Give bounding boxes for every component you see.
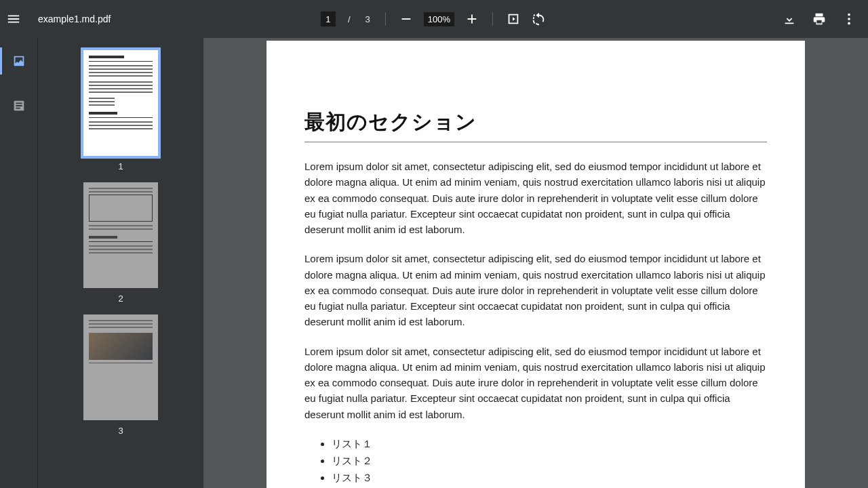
zoom-out-icon[interactable]: [398, 11, 414, 27]
list-item: リスト３: [332, 470, 767, 485]
thumbnail-panel: 1 2: [38, 38, 203, 488]
zoom-in-icon[interactable]: [464, 11, 480, 27]
menu-icon[interactable]: [5, 11, 22, 27]
sidebar-rail: [0, 38, 38, 488]
body-paragraph: Lorem ipsum dolor sit amet, consectetur …: [304, 159, 767, 237]
page-number-input[interactable]: [321, 12, 336, 26]
print-icon[interactable]: [811, 11, 827, 27]
thumbnail-3[interactable]: 3: [83, 314, 158, 436]
toolbar: example1.md.pdf / 3 100%: [0, 0, 868, 38]
body-paragraph: Lorem ipsum dolor sit amet, consectetur …: [304, 251, 767, 329]
thumbnail-2[interactable]: 2: [83, 182, 158, 304]
more-icon[interactable]: [841, 11, 857, 27]
list-item: リスト１: [332, 436, 767, 451]
document-filename: example1.md.pdf: [38, 14, 111, 24]
body-paragraph: Lorem ipsum dolor sit amet, consectetur …: [304, 344, 767, 422]
page-stage[interactable]: 最初のセクション Lorem ipsum dolor sit amet, con…: [203, 38, 868, 488]
thumbnail-label: 3: [118, 426, 123, 436]
rotate-icon[interactable]: [531, 11, 547, 27]
svg-point-0: [848, 14, 850, 16]
zoom-level[interactable]: 100%: [424, 12, 454, 26]
svg-point-1: [848, 18, 850, 20]
thumbnail-label: 2: [118, 293, 123, 304]
toolbar-separator: [385, 12, 386, 26]
outline-tab-icon[interactable]: [8, 95, 30, 117]
section-heading: 最初のセクション: [304, 108, 767, 142]
list-item: リスト２: [332, 453, 767, 468]
thumbnail-1[interactable]: 1: [83, 50, 158, 171]
pdf-page-1: 最初のセクション Lorem ipsum dolor sit amet, con…: [267, 41, 805, 488]
download-icon[interactable]: [781, 11, 797, 27]
page-total: 3: [366, 14, 370, 24]
toolbar-separator: [492, 12, 493, 26]
bullet-list: リスト１ リスト２ リスト３ リスト４: [332, 436, 767, 488]
page-separator: /: [348, 14, 351, 24]
thumbnail-label: 1: [118, 161, 123, 171]
svg-point-2: [848, 22, 850, 25]
fit-page-icon[interactable]: [505, 11, 521, 27]
thumbnails-tab-icon[interactable]: [8, 50, 30, 72]
